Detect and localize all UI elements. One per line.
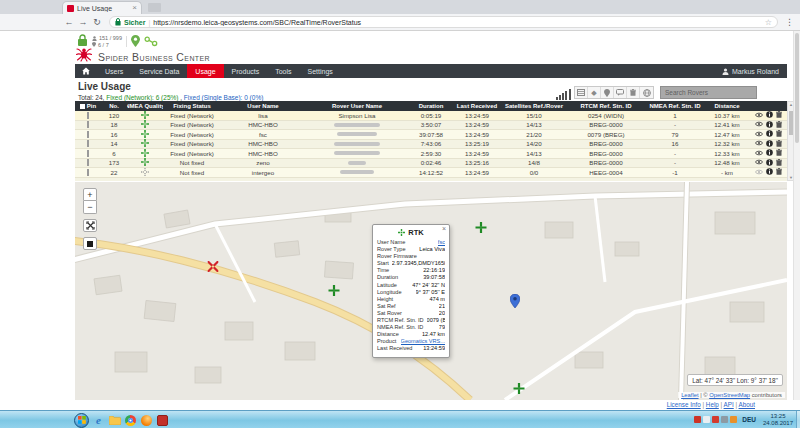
view-rover-icon[interactable]	[755, 131, 763, 138]
pin-icon[interactable]	[601, 87, 614, 98]
footer-link-about[interactable]: About	[739, 401, 755, 408]
red-cross-marker[interactable]	[208, 258, 219, 276]
table-row[interactable]: 120Fixed (Network)lisaSimpson Lisa0:05:1…	[75, 111, 787, 121]
footer-link-license-info[interactable]: License Info	[667, 401, 701, 408]
column-header-fixing-status[interactable]: Fixing Status	[163, 101, 221, 111]
table-row[interactable]: 18Fixed (Network)HMC-HBO3:50:0713:24:591…	[75, 121, 787, 131]
url-text[interactable]: https://nrsdemo.leica-geosystems.com/SBC…	[153, 19, 762, 26]
popup-value-link[interactable]: fsc	[438, 239, 445, 246]
taskbar-app-app-red[interactable]	[156, 414, 169, 427]
taskbar-app-chrome[interactable]	[124, 414, 137, 427]
page-scrollbar-thumb[interactable]	[795, 33, 799, 143]
bookmark-star-icon[interactable]: ☆	[765, 18, 772, 27]
nav-item-settings[interactable]: Settings	[300, 64, 341, 78]
green-cross-marker[interactable]	[476, 219, 487, 237]
column-header-pin[interactable]: Pin	[75, 101, 101, 111]
rover-info-icon[interactable]	[766, 121, 773, 129]
column-header-rover-user-name[interactable]: Rover User Name	[305, 101, 409, 111]
nav-item-usage[interactable]: Usage	[187, 64, 223, 78]
search-input[interactable]	[660, 86, 757, 99]
nav-item-service-data[interactable]: Service Data	[131, 64, 187, 78]
tray-shield-icon[interactable]	[712, 416, 719, 423]
nav-user-menu[interactable]: Markus Roland	[714, 64, 787, 78]
reload-button[interactable]: ↻	[90, 15, 104, 30]
globe-icon[interactable]	[640, 87, 653, 98]
new-tab-button[interactable]	[148, 3, 161, 12]
diamond-icon[interactable]: ◆	[588, 87, 601, 98]
delete-rover-icon[interactable]	[776, 130, 782, 138]
footer-link-api[interactable]: API	[724, 401, 734, 408]
column-header-nmea-quality[interactable]: NMEA Quality	[127, 101, 163, 111]
rover-info-icon[interactable]	[766, 140, 773, 148]
trash-icon[interactable]	[627, 87, 640, 98]
table-row[interactable]: 6Fixed (Network)HMC-HBO2:59:3013:24:5914…	[75, 149, 787, 159]
forward-button[interactable]: →	[76, 15, 90, 30]
popup-close-icon[interactable]: ×	[442, 225, 446, 232]
rover-info-icon[interactable]	[766, 149, 773, 157]
summary-fixed-network[interactable]: Fixed (Network): 6 (25%)	[104, 94, 178, 101]
popup-value-link[interactable]: Geomatics VRS...	[401, 338, 445, 345]
column-header-nmea-ref-stn-id[interactable]: NMEA Ref. Stn. ID	[645, 101, 705, 111]
blue-pin-marker[interactable]	[510, 294, 520, 312]
taskbar-app-folder[interactable]	[108, 414, 121, 427]
view-rover-icon[interactable]	[755, 112, 763, 119]
language-indicator[interactable]: DEU	[742, 416, 756, 423]
row-checkbox[interactable]	[87, 159, 89, 166]
nav-item-tools[interactable]: Tools	[267, 64, 299, 78]
home-icon[interactable]	[75, 64, 97, 78]
row-checkbox[interactable]	[87, 169, 89, 176]
nav-item-products[interactable]: Products	[224, 64, 268, 78]
delete-rover-icon[interactable]	[776, 159, 782, 167]
tray-gray-icon[interactable]	[721, 416, 728, 423]
taskbar-clock[interactable]: 13:2524.08.2017	[763, 413, 793, 427]
browser-tab[interactable]: Live Usage ×	[62, 1, 142, 14]
back-button[interactable]: ←	[62, 15, 76, 30]
taskbar-app-ie[interactable]: e	[92, 414, 105, 427]
grid-icon[interactable]	[575, 87, 588, 98]
fullscreen-button[interactable]	[83, 219, 97, 232]
column-header-rtcm-ref-stn-id[interactable]: RTCM Ref. Stn. ID	[567, 101, 645, 111]
tab-close-icon[interactable]: ×	[132, 4, 137, 12]
delete-rover-icon[interactable]	[776, 149, 782, 157]
delete-rover-icon[interactable]	[776, 168, 782, 176]
rover-info-icon[interactable]	[766, 168, 773, 176]
row-checkbox[interactable]	[87, 121, 89, 128]
message-icon[interactable]	[614, 87, 627, 98]
rover-info-icon[interactable]	[766, 130, 773, 138]
view-rover-icon[interactable]	[755, 169, 763, 176]
view-rover-icon[interactable]	[755, 159, 763, 166]
footer-link-help[interactable]: Help	[706, 401, 719, 408]
row-checkbox[interactable]	[87, 150, 89, 157]
view-rover-icon[interactable]	[755, 121, 763, 128]
column-header-user-name[interactable]: User Name	[221, 101, 305, 111]
view-rover-icon[interactable]	[755, 140, 763, 147]
summary-fixed-single[interactable]: Fixed (Single Base): 0 (0%)	[184, 94, 263, 101]
map-area[interactable]: + − × RTK User NamefscRover TypeLeica Vi…	[75, 182, 787, 400]
tray-flag-icon[interactable]	[703, 416, 710, 423]
url-box[interactable]: Sicher | https://nrsdemo.leica-geosystem…	[109, 16, 778, 28]
column-header-last-received[interactable]: Last Received	[453, 101, 501, 111]
select-all-checkbox[interactable]	[80, 104, 85, 109]
row-checkbox[interactable]	[87, 140, 89, 147]
row-checkbox[interactable]	[87, 131, 89, 138]
column-header-distance[interactable]: Distance	[705, 101, 749, 111]
extent-button[interactable]	[83, 237, 97, 250]
nav-item-users[interactable]: Users	[97, 64, 131, 78]
zoom-out-button[interactable]: −	[83, 201, 97, 214]
column-header-no[interactable]: No.	[101, 101, 127, 111]
start-button[interactable]	[74, 413, 89, 428]
rover-info-icon[interactable]	[766, 111, 773, 119]
table-row[interactable]: 14Fixed (Network)HMC-HBO7:43:0613:25:191…	[75, 140, 787, 150]
delete-rover-icon[interactable]	[776, 140, 782, 148]
table-row[interactable]: 16Fixed (Network)fsc39:07:5813:24:5921/2…	[75, 130, 787, 140]
browser-menu-icon[interactable]: ⋮	[785, 17, 794, 27]
delete-rover-icon[interactable]	[776, 121, 782, 129]
column-header-duration[interactable]: Duration	[409, 101, 453, 111]
table-row[interactable]: 22Not fixedintergeo14:12:5213:24:590/0HE…	[75, 168, 787, 178]
row-checkbox[interactable]	[87, 112, 89, 119]
green-cross-marker[interactable]	[514, 380, 525, 398]
tray-orange-icon[interactable]	[730, 416, 737, 423]
leaflet-link[interactable]: Leaflet	[681, 392, 698, 398]
column-header-satellites-ref-rover[interactable]: Satellites Ref./Rover	[501, 101, 567, 111]
green-cross-marker[interactable]	[329, 282, 340, 300]
